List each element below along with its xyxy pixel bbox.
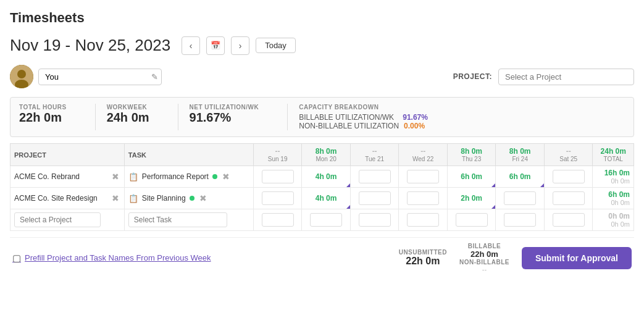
billable-value: 22h 0m [459,249,509,259]
th-wed22-label: Wed 22 [403,156,443,162]
time-input-sun19-row2[interactable] [262,191,294,205]
footer-row: ▢ Prefill Project and Task Names From Pr… [10,237,634,278]
project-cell-1: ACME Co. Rebrand ✖ [10,166,125,188]
billable-block: BILLABLE 22h 0m NON-BILLABLE -- [459,243,509,273]
remove-project-2-button[interactable]: ✖ [111,193,120,203]
time-input-sat25-row1[interactable] [553,170,585,183]
nonbillable-footer-label: NON-BILLABLE [459,259,509,266]
date-navigation: Nov 19 - Nov 25, 2023 ‹ 📅 › Today [10,36,634,55]
time-fri24-row3[interactable] [496,209,545,231]
th-mon20-label: Mon 20 [306,156,346,162]
today-button[interactable]: Today [256,38,296,53]
time-thu23-row2[interactable]: 2h 0m [447,188,496,209]
time-thu23-row3[interactable] [447,209,496,231]
time-mon20-row1[interactable]: 4h 0m [302,166,351,188]
time-fri24-row2[interactable] [496,188,545,209]
total-hours-block: TOTAL HOURS 22h 0m [19,104,67,125]
nonbillable-util-row: NON-BILLABLE UTILIZATION 0.00% [299,122,625,130]
remove-project-1-button[interactable]: ✖ [111,172,120,182]
th-tue21: -- Tue 21 [350,144,399,166]
time-input-sun19-row1[interactable] [262,170,294,183]
workweek-label: WORKWEEK [107,104,149,111]
time-sun19-row2[interactable] [253,188,302,209]
page-title: Timesheets [10,10,634,26]
time-input-fri24-row3[interactable] [504,213,536,227]
time-tue21-row2[interactable] [350,188,399,209]
time-input-tue21-row2[interactable] [359,191,391,205]
project-filter-label: PROJECT: [453,72,492,81]
time-input-sat25-row2[interactable] [553,191,585,205]
calendar-button[interactable]: 📅 [206,36,225,55]
time-input-thu23-row3[interactable] [456,213,488,227]
total-cell-1: 16h 0m 0h 0m [593,166,634,188]
unsubmitted-label: UNSUBMITTED [399,249,447,256]
user-input[interactable] [38,69,162,85]
time-input-mon20-row3[interactable] [310,213,342,227]
prev-week-button[interactable]: ‹ [182,36,200,55]
time-input-wed22-row2[interactable] [407,191,439,205]
time-input-fri24-row2[interactable] [504,191,536,205]
time-input-tue21-row1[interactable] [359,170,391,183]
billable-label: BILLABLE [459,243,509,249]
th-task: TASK [124,144,253,166]
task-cell-1: 📋 Performance Report ✖ [124,166,253,188]
project-cell-content-2: ACME Co. Site Redesign ✖ [14,193,120,203]
remove-task-2-button[interactable]: ✖ [198,193,208,203]
next-week-button[interactable]: › [231,36,249,55]
time-sun19-row1[interactable] [253,166,302,188]
th-sun19-label: Sun 19 [257,156,298,162]
time-mon20-row2[interactable]: 4h 0m [302,188,351,209]
time-val-thu23-row2: 2h 0m [461,194,482,203]
time-input-tue21-row3[interactable] [359,213,391,227]
time-sat25-row1[interactable] [544,166,593,188]
stat-divider-1 [95,104,96,130]
th-wed22: -- Wed 22 [399,144,448,166]
net-util-label: NET UTILIZATION/WK [190,104,259,111]
time-input-wed22-row3[interactable] [407,213,439,227]
select-task-input[interactable] [128,212,227,227]
submit-for-approval-button[interactable]: Submit for Approval [522,247,632,269]
prefill-icon: ▢ [12,253,21,264]
task-cell-2: 📋 Site Planning ✖ [124,188,253,209]
task-status-dot-2 [190,196,194,201]
time-input-sun19-row3[interactable] [262,213,294,227]
time-input-wed22-row1[interactable] [407,170,439,183]
th-project: PROJECT [10,144,125,166]
remove-task-1-button[interactable]: ✖ [221,172,231,182]
user-input-wrapper: ✎ [38,69,162,85]
project-cell-content-1: ACME Co. Rebrand ✖ [14,172,120,182]
th-fri24: 8h 0m Fri 24 [496,144,545,166]
th-sat25-val: -- [548,147,589,156]
time-sun19-row3[interactable] [253,209,302,231]
time-wed22-row2[interactable] [399,188,448,209]
select-project-input[interactable] [14,212,101,227]
time-tue21-row1[interactable] [350,166,399,188]
project-filter-input[interactable] [498,69,634,85]
time-corner-fri24-row1 [540,183,544,187]
time-fri24-row1[interactable]: 6h 0m [496,166,545,188]
th-mon20-val: 8h 0m [306,147,346,156]
time-tue21-row3[interactable] [350,209,399,231]
th-sat25-label: Sat 25 [548,156,589,162]
prefill-button[interactable]: ▢ Prefill Project and Task Names From Pr… [12,253,211,264]
time-mon20-row3[interactable] [302,209,351,231]
footer-right: UNSUBMITTED 22h 0m BILLABLE 22h 0m NON-B… [399,243,632,273]
time-sat25-row2[interactable] [544,188,593,209]
total-cell-2: 6h 0m 0h 0m [593,188,634,209]
billable-util-label: BILLABLE UTILIZATION/WK [299,113,398,122]
select-task-cell[interactable] [124,209,253,231]
table-row: ACME Co. Site Redesign ✖ 📋 Site Planning… [10,188,634,209]
table-header-row: PROJECT TASK -- Sun 19 8h 0m Mon 20 -- T… [10,144,634,166]
th-total-label: TOTAL [596,156,630,162]
time-input-sat25-row3[interactable] [553,213,585,227]
time-wed22-row1[interactable] [399,166,448,188]
task-icon-1: 📋 [128,172,138,182]
time-wed22-row3[interactable] [399,209,448,231]
th-thu23: 8h 0m Thu 23 [447,144,496,166]
edit-icon[interactable]: ✎ [151,72,158,82]
select-project-cell[interactable] [10,209,125,231]
total-main-3: 0h 0m [596,212,630,220]
time-sat25-row3[interactable] [544,209,593,231]
time-thu23-row1[interactable]: 6h 0m [447,166,496,188]
stat-divider-2 [178,104,178,130]
